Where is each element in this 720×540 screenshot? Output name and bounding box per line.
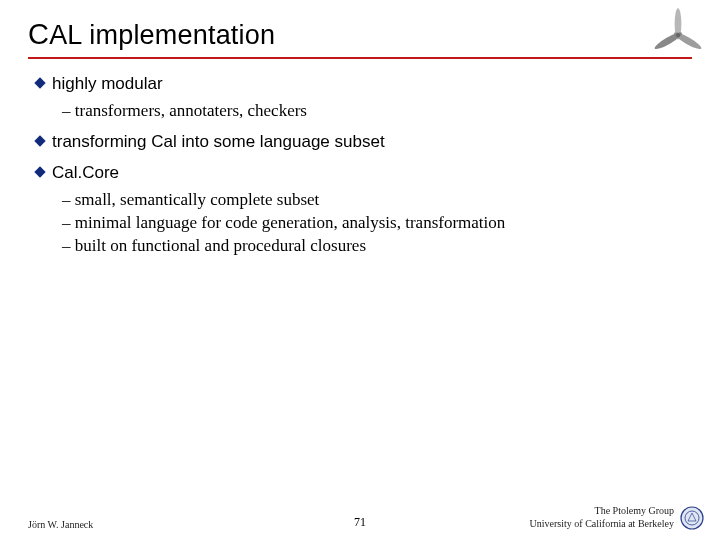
title-c: C — [28, 18, 49, 50]
svg-point-7 — [681, 507, 703, 529]
bullet-item: highly modular — [34, 73, 692, 96]
bullet-label: highly modular — [52, 73, 692, 96]
footer-affiliation: University of California at Berkeley — [530, 518, 674, 531]
diamond-icon — [34, 131, 52, 154]
svg-rect-5 — [34, 135, 45, 146]
slide: CAL implementation highly modular transf… — [0, 0, 720, 540]
sub-item: transformers, annotaters, checkers — [62, 100, 692, 123]
title-rest: implementation — [82, 20, 276, 50]
svg-rect-6 — [34, 166, 45, 177]
footer-right: The Ptolemy Group University of Californ… — [530, 505, 704, 530]
bullet-label: Cal.Core — [52, 162, 692, 185]
svg-rect-4 — [34, 77, 45, 88]
bullet-item: transforming Cal into some language subs… — [34, 131, 692, 154]
sub-item: small, semantically complete subset — [62, 189, 692, 212]
page-title: CAL implementation — [28, 18, 692, 51]
footer-author: Jörn W. Janneck — [28, 519, 93, 530]
diamond-icon — [34, 73, 52, 96]
diamond-icon — [34, 162, 52, 185]
footer: Jörn W. Janneck The Ptolemy Group Univer… — [0, 505, 720, 530]
content: highly modular transformers, annotaters,… — [28, 73, 692, 258]
bullet-item: Cal.Core — [34, 162, 692, 185]
berkeley-seal-icon — [680, 506, 704, 530]
sub-list: small, semantically complete subset mini… — [62, 189, 692, 258]
svg-point-3 — [676, 33, 680, 37]
title-al: AL — [49, 20, 81, 50]
bullet-label: transforming Cal into some language subs… — [52, 131, 692, 154]
propeller-logo-icon — [650, 6, 706, 62]
sub-item: minimal language for code generation, an… — [62, 212, 692, 235]
sub-list: transformers, annotaters, checkers — [62, 100, 692, 123]
sub-item: built on functional and procedural closu… — [62, 235, 692, 258]
title-rule — [28, 57, 692, 59]
footer-group: The Ptolemy Group — [530, 505, 674, 518]
